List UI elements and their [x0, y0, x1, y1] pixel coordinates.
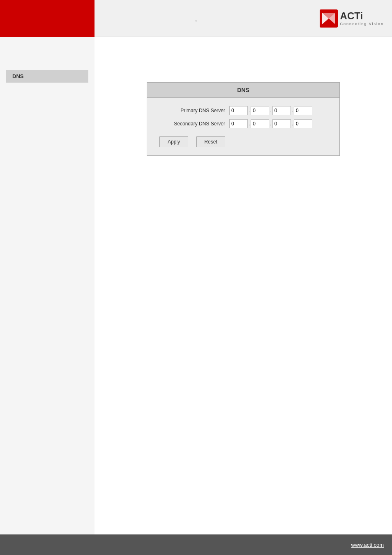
acti-logo-icon: [320, 9, 338, 28]
primary-dns-label: Primary DNS Server: [159, 108, 225, 113]
secondary-dns-octet-2[interactable]: [251, 119, 269, 128]
secondary-dot-2: .: [270, 121, 271, 127]
primary-dns-octet-2[interactable]: [251, 106, 269, 115]
secondary-dns-ip-fields: . . .: [229, 119, 312, 128]
primary-dot-3: .: [292, 108, 293, 113]
footer: www.acti.com: [0, 534, 392, 555]
secondary-dns-row: Secondary DNS Server . . .: [159, 119, 327, 128]
logo-area: ACTi Connecting Vision: [320, 9, 384, 28]
main-content: DNS Primary DNS Server . . . Secondary D…: [95, 37, 392, 164]
primary-dns-row: Primary DNS Server . . .: [159, 106, 327, 115]
acti-brand: ACTi: [340, 11, 384, 21]
header: , ACTi Connecting Vision: [0, 0, 392, 37]
secondary-dot-3: .: [292, 121, 293, 127]
acti-tagline: Connecting Vision: [340, 22, 384, 26]
footer-link[interactable]: www.acti.com: [351, 542, 384, 548]
secondary-dns-label: Secondary DNS Server: [159, 121, 225, 127]
secondary-dns-octet-3[interactable]: [272, 119, 291, 128]
primary-dot-1: .: [249, 108, 250, 113]
dns-panel-body: Primary DNS Server . . . Secondary DNS S…: [147, 98, 339, 155]
acti-text-block: ACTi Connecting Vision: [340, 11, 384, 26]
header-comma: ,: [195, 14, 197, 23]
apply-button[interactable]: Apply: [159, 136, 188, 147]
header-red-block: [0, 0, 95, 37]
secondary-dns-octet-4[interactable]: [294, 119, 312, 128]
sidebar: DNS: [0, 37, 95, 534]
reset-button[interactable]: Reset: [196, 136, 225, 147]
primary-dot-2: .: [270, 108, 271, 113]
dns-panel-title: DNS: [147, 83, 339, 98]
primary-dns-ip-fields: . . .: [229, 106, 312, 115]
primary-dns-octet-3[interactable]: [272, 106, 291, 115]
primary-dns-octet-1[interactable]: [229, 106, 248, 115]
primary-dns-octet-4[interactable]: [294, 106, 312, 115]
dns-panel: DNS Primary DNS Server . . . Secondary D…: [147, 82, 340, 156]
sidebar-item-dns[interactable]: DNS: [6, 70, 88, 83]
secondary-dns-octet-1[interactable]: [229, 119, 248, 128]
dns-actions: Apply Reset: [159, 136, 327, 147]
secondary-dot-1: .: [249, 121, 250, 127]
